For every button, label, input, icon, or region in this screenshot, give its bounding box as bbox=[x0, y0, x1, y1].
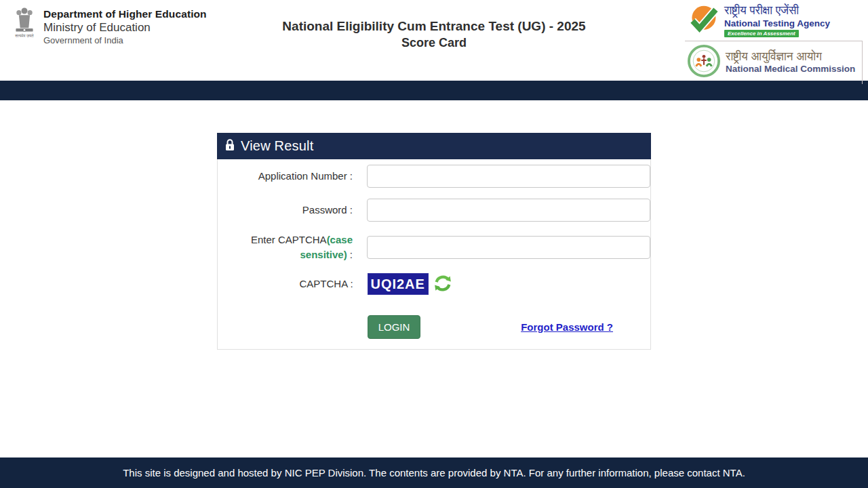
panel-title: View Result bbox=[241, 138, 313, 154]
footer-text: This site is designed and hosted by NIC … bbox=[123, 467, 745, 479]
nta-check-logo-icon bbox=[688, 4, 719, 38]
nmc-english-name: National Medical Commission bbox=[726, 64, 855, 74]
password-input[interactable] bbox=[367, 199, 650, 222]
lock-icon bbox=[225, 139, 235, 154]
nmc-hindi-name: राष्ट्रीय आयुर्विज्ञान आयोग bbox=[726, 51, 855, 64]
captcha-image: UQI2AE bbox=[368, 273, 429, 295]
forgot-password-link[interactable]: Forgot Password ? bbox=[521, 321, 613, 333]
application-number-input[interactable] bbox=[367, 165, 650, 188]
captcha-refresh-button[interactable] bbox=[433, 273, 453, 296]
nmc-seal-logo-icon bbox=[688, 45, 720, 80]
actions-row: LOGIN Forgot Password ? bbox=[218, 315, 650, 339]
view-result-panel-header: View Result bbox=[217, 133, 651, 159]
refresh-icon bbox=[433, 273, 453, 296]
nta-tagline-badge: Excellence in Assessment bbox=[724, 30, 799, 37]
captcha-label: CAPTCHA : bbox=[218, 277, 353, 291]
nmc-branding: राष्ट्रीय आयुर्विज्ञान आयोग National Med… bbox=[685, 41, 863, 84]
nta-hindi-name: राष्ट्रीय परीक्षा एजेंसी bbox=[724, 5, 830, 18]
captcha-input[interactable] bbox=[367, 236, 650, 259]
password-label: Password : bbox=[218, 203, 353, 218]
main-content: View Result Application Number : Passwor… bbox=[0, 100, 868, 458]
enter-captcha-label: Enter CAPTCHA(case sensitive) : bbox=[218, 232, 353, 262]
application-number-row: Application Number : bbox=[218, 165, 650, 188]
page-footer: This site is designed and hosted by NIC … bbox=[0, 458, 868, 488]
application-number-label: Application Number : bbox=[218, 169, 353, 184]
view-result-panel: View Result Application Number : Passwor… bbox=[217, 133, 651, 350]
nta-branding: राष्ट्रीय परीक्षा एजेंसी National Testin… bbox=[685, 3, 863, 41]
captcha-display-row: CAPTCHA : UQI2AE bbox=[218, 273, 650, 296]
enter-captcha-row: Enter CAPTCHA(case sensitive) : bbox=[218, 232, 650, 262]
nta-english-name: National Testing Agency bbox=[724, 18, 830, 28]
agency-logos: राष्ट्रीय परीक्षा एजेंसी National Testin… bbox=[685, 3, 863, 84]
login-form: Application Number : Password : Enter CA… bbox=[217, 159, 651, 350]
page-header: सत्यमेव जयते Department of Higher Educat… bbox=[0, 0, 868, 81]
password-row: Password : bbox=[218, 199, 650, 222]
login-button[interactable]: LOGIN bbox=[368, 315, 421, 339]
